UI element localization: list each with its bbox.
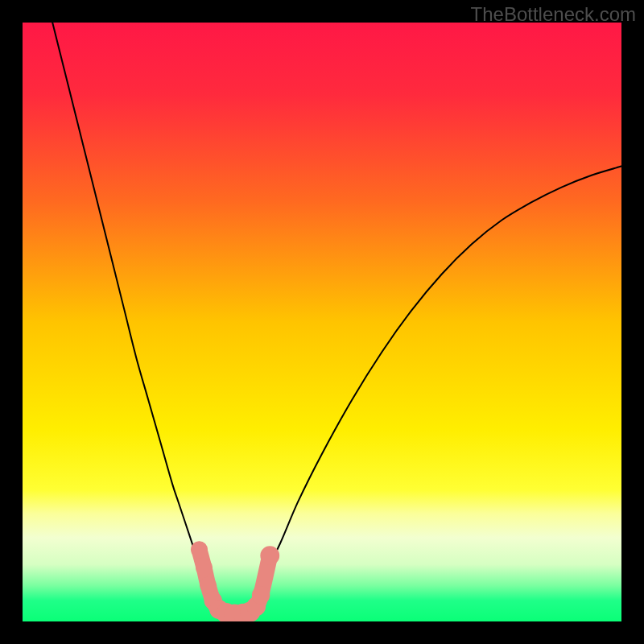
gradient-background	[23, 23, 621, 621]
chart-frame: TheBottleneck.com	[0, 0, 644, 644]
marker-dot	[260, 546, 279, 565]
chart-svg	[23, 23, 621, 621]
marker-dot	[196, 559, 213, 576]
watermark-text: TheBottleneck.com	[471, 3, 636, 26]
marker-dot	[252, 586, 270, 604]
marker-dot	[191, 541, 208, 558]
plot-area	[23, 23, 621, 621]
marker-dot	[200, 577, 217, 594]
